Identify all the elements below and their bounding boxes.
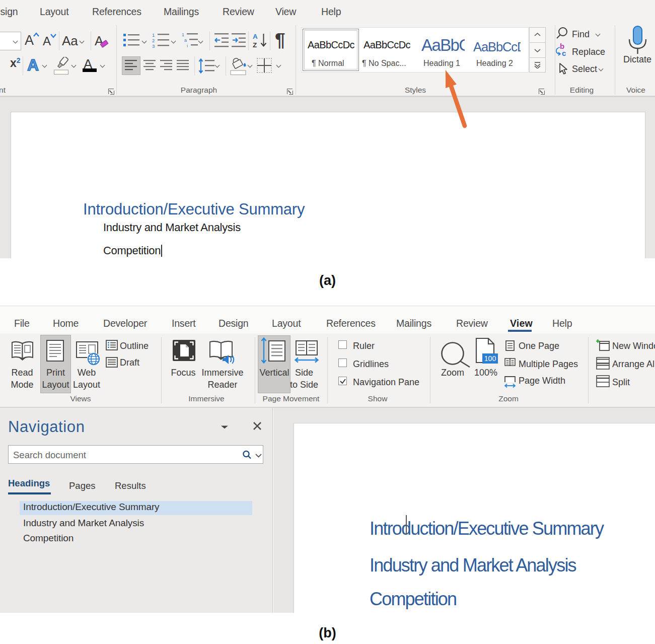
svg-text:2: 2 (152, 38, 155, 43)
svg-text:i: i (187, 43, 188, 48)
svg-text:a: a (184, 38, 187, 43)
svg-text:A: A (253, 33, 258, 40)
svg-text:3: 3 (152, 43, 155, 48)
svg-text:c: c (562, 49, 566, 57)
svg-text:Z: Z (253, 41, 257, 49)
svg-text:1: 1 (182, 32, 184, 37)
svg-text:1: 1 (152, 32, 155, 38)
